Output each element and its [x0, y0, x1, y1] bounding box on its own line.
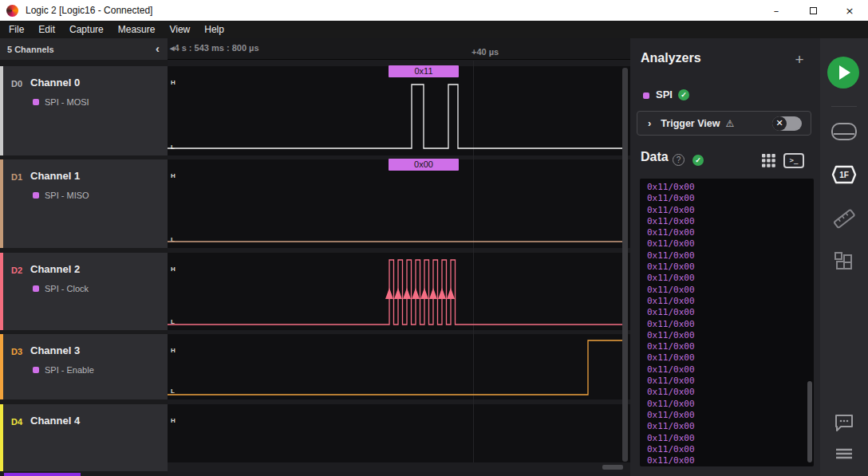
analyzer-color-icon — [33, 285, 39, 292]
menu-edit[interactable]: Edit — [31, 21, 62, 38]
high-marker: H — [171, 172, 176, 179]
measure-button[interactable] — [820, 207, 868, 230]
timeline-bar[interactable]: ◂4 s : 543 ms : 800 µs +40 µs — [168, 38, 630, 60]
data-row: 0x11/0x00 — [647, 273, 814, 284]
feedback-button[interactable] — [820, 412, 868, 433]
data-list-scrollbar[interactable] — [807, 381, 812, 462]
channel-row-d2[interactable]: D2Channel 2SPI - Clock — [0, 253, 168, 330]
analyzer-item-spi[interactable]: SPI ✓ — [630, 86, 820, 108]
right-toolbar: 1F — [820, 38, 868, 476]
waveform-lane-d1[interactable]: HL — [168, 159, 630, 248]
data-row: 0x11/0x00 — [647, 455, 814, 466]
waveform-vscrollbar[interactable] — [622, 68, 628, 462]
table-view-icon[interactable] — [761, 153, 776, 171]
minimize-button[interactable]: – — [758, 0, 795, 21]
maximize-button[interactable] — [795, 0, 831, 21]
data-row: 0x11/0x00 — [647, 227, 814, 238]
data-row: 0x11/0x00 — [647, 376, 814, 387]
ruler-icon — [832, 207, 856, 230]
add-analyzer-button[interactable]: + — [791, 51, 808, 69]
warning-icon: ⚠ — [725, 118, 734, 129]
capture-mode-button[interactable]: 1F — [820, 164, 868, 185]
channel-row-d4[interactable]: D4Channel 4 — [0, 404, 168, 471]
channel-id: D4 — [11, 417, 22, 427]
data-row: 0x11/0x00 — [647, 238, 814, 250]
channel-row-d3[interactable]: D3Channel 3SPI - Enable — [0, 334, 168, 399]
data-header: Data ? ✓ >_ — [630, 150, 820, 169]
collapse-sidebar-icon[interactable]: ‹ — [156, 41, 160, 55]
blocks-icon — [833, 250, 855, 273]
channel-color-strip — [0, 66, 3, 155]
channel-id: D1 — [11, 172, 22, 182]
app-window: Logic 2 [Logic16 - Connected] – × FileEd… — [0, 0, 868, 476]
chat-bubble-icon — [833, 412, 855, 433]
data-row: 0x11/0x00 — [647, 421, 814, 432]
data-row: 0x11/0x00 — [647, 399, 814, 410]
channel-analyzer-label: SPI - Enable — [33, 365, 94, 375]
analyzer-label: SPI — [656, 89, 673, 100]
data-row: 0x11/0x00 — [647, 182, 814, 193]
channel-color-strip — [0, 404, 3, 471]
trigger-view-row[interactable]: › Trigger View ⚠ ✕ — [637, 111, 811, 136]
waveform-area[interactable]: ◂4 s : 543 ms : 800 µs +40 µs HLHLHLHLH … — [168, 38, 630, 476]
terminal-view-icon[interactable]: >_ — [783, 153, 804, 168]
channel-sidebar: 5 Channels ‹ D0Channel 0SPI - MOSID1Chan… — [0, 38, 168, 476]
data-check-icon[interactable]: ✓ — [692, 155, 704, 166]
window-title: Logic 2 [Logic16 - Connected] — [26, 5, 152, 16]
waveform-lane-d0[interactable]: HL — [168, 66, 630, 155]
low-marker: L — [171, 144, 175, 151]
high-marker: H — [171, 347, 176, 354]
play-icon — [839, 65, 850, 80]
chevron-right-icon[interactable]: › — [648, 117, 651, 129]
waveform-lane-d3[interactable]: HL — [168, 334, 630, 399]
menu-help[interactable]: Help — [197, 21, 231, 38]
channel-color-strip — [0, 253, 3, 330]
titlebar: Logic 2 [Logic16 - Connected] – × — [0, 0, 868, 21]
menu-view[interactable]: View — [162, 21, 197, 38]
analyzers-title: Analyzers — [641, 51, 701, 65]
low-marker: L — [171, 387, 175, 395]
analyzers-panel: Analyzers + SPI ✓ › Trigger View ⚠ ✕ Dat… — [630, 38, 820, 476]
waveform-hscrollbar[interactable] — [602, 465, 623, 470]
menu-measure[interactable]: Measure — [111, 21, 163, 38]
data-row: 0x11/0x00 — [647, 262, 814, 273]
data-list[interactable]: 0x11/0x000x11/0x000x11/0x000x11/0x000x11… — [640, 179, 814, 466]
app-logo-icon — [6, 5, 18, 17]
extensions-button[interactable] — [820, 250, 868, 273]
sidebar-hscrollbar[interactable] — [4, 473, 81, 476]
help-icon[interactable]: ? — [673, 154, 685, 166]
grid-glyph — [761, 153, 776, 168]
channel-row-d1[interactable]: D1Channel 1SPI - MISO — [0, 159, 168, 248]
channel-id: D3 — [11, 347, 22, 356]
decoded-byte-annotation[interactable]: 0x00 — [389, 159, 459, 171]
data-row: 0x11/0x00 — [647, 285, 814, 296]
high-marker: H — [171, 266, 176, 273]
toggle-off-icon: ✕ — [772, 116, 787, 131]
channel-name: Channel 0 — [30, 77, 80, 89]
channel-name: Channel 1 — [30, 170, 80, 182]
maximize-icon — [810, 7, 817, 14]
channel-analyzer-label: SPI - Clock — [33, 284, 89, 293]
analyzer-enabled-check-icon[interactable]: ✓ — [678, 89, 689, 100]
start-capture-button[interactable] — [827, 57, 859, 89]
close-button[interactable]: × — [831, 0, 868, 21]
waveform-lane-d4[interactable]: H — [168, 404, 630, 462]
decoded-byte-annotation[interactable]: 0x11 — [389, 65, 459, 77]
menu-file[interactable]: File — [2, 21, 31, 38]
window-controls: – × — [758, 0, 868, 21]
trigger-view-toggle[interactable]: ✕ — [772, 116, 802, 131]
analyzer-color-icon — [33, 367, 39, 373]
data-row: 0x11/0x00 — [647, 319, 814, 330]
channel-color-strip — [0, 334, 3, 399]
main-menu-button[interactable] — [820, 446, 868, 463]
menu-capture[interactable]: Capture — [62, 21, 111, 38]
channel-analyzer-label: SPI - MOSI — [33, 97, 89, 107]
trigger-view-label: Trigger View — [661, 118, 720, 129]
channel-name: Channel 3 — [30, 344, 80, 356]
channel-name: Channel 4 — [30, 415, 80, 427]
channel-row-d0[interactable]: D0Channel 0SPI - MOSI — [0, 66, 168, 155]
device-settings-button[interactable] — [820, 121, 868, 142]
data-row: 0x11/0x00 — [647, 433, 814, 444]
waveform-lane-d2[interactable]: HL — [168, 253, 630, 330]
data-row: 0x11/0x00 — [647, 444, 814, 455]
